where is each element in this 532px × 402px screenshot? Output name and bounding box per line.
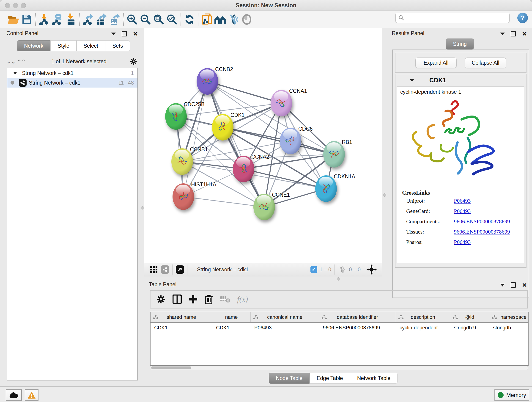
tab-select[interactable]: Select <box>76 40 105 51</box>
help-button[interactable]: ? <box>517 13 528 23</box>
maximize-panel-icon[interactable] <box>511 282 516 288</box>
close-panel-icon[interactable]: ✕ <box>133 32 138 36</box>
entry-header[interactable]: CDK1 <box>395 74 526 86</box>
column-header[interactable]: @id <box>450 312 489 322</box>
delete-column-icon[interactable] <box>205 294 213 304</box>
home-button[interactable] <box>214 13 227 26</box>
float-panel-icon[interactable] <box>500 32 505 35</box>
column-header[interactable]: namespace <box>489 312 529 322</box>
close-panel-icon[interactable]: ✕ <box>522 283 527 287</box>
close-panel-icon[interactable]: ✕ <box>522 32 527 36</box>
network-collection-row[interactable]: String Network – cdk1 1 <box>7 68 138 78</box>
expand-all-button[interactable]: Expand All <box>415 57 457 68</box>
column-header[interactable]: database identifier <box>319 312 396 322</box>
grid-view-icon[interactable] <box>150 266 158 274</box>
network-node-cdc25b[interactable] <box>165 103 187 130</box>
table-row[interactable]: CDK1 CDK1 P06493 9606.ENSP00000378699 cy… <box>151 323 528 333</box>
tab-sets[interactable]: Sets <box>105 40 130 51</box>
add-column-icon[interactable] <box>189 295 198 304</box>
network-node-hist1h1a[interactable] <box>172 183 194 210</box>
expand-all-icon[interactable]: ⌄⌄ <box>17 58 26 65</box>
tab-network[interactable]: Network <box>17 40 51 51</box>
import-network-button[interactable] <box>38 13 51 26</box>
save-session-button[interactable] <box>20 13 33 26</box>
network-node-ccna1[interactable] <box>271 90 292 116</box>
node-label: CCNA1 <box>289 88 307 94</box>
tab-network-table[interactable]: Network Table <box>350 373 398 384</box>
float-panel-icon[interactable] <box>111 32 116 35</box>
collapse-entry-icon[interactable] <box>410 79 414 82</box>
birds-eye-view-icon[interactable] <box>161 265 169 274</box>
network-node-ccne1[interactable] <box>253 194 275 220</box>
network-node-cdk1[interactable] <box>212 114 234 140</box>
import-table-button[interactable] <box>64 13 77 26</box>
tab-style[interactable]: Style <box>51 40 76 51</box>
network-node-rb1[interactable] <box>323 141 345 167</box>
tab-string[interactable]: String <box>446 38 474 50</box>
delete-table-icon[interactable] <box>220 295 230 303</box>
splitter-handle[interactable] <box>141 206 144 210</box>
open-session-button[interactable] <box>7 13 20 26</box>
clone-network-button[interactable] <box>200 13 214 26</box>
network-node-ccnb2[interactable] <box>196 68 218 95</box>
crosslink-link[interactable]: P06493 <box>454 239 471 245</box>
network-edge[interactable] <box>207 81 264 207</box>
network-row[interactable]: String Network – cdk1 11 48 <box>7 78 138 88</box>
crosslink-label: Uniprot: <box>406 198 454 204</box>
splitter-handle[interactable] <box>383 193 386 197</box>
import-database-button[interactable] <box>51 13 64 26</box>
network-edge[interactable] <box>223 127 334 154</box>
warning-status-button[interactable] <box>25 389 38 401</box>
zoom-fit-button[interactable] <box>152 13 165 26</box>
maximize-panel-icon[interactable] <box>122 31 127 36</box>
column-header[interactable]: canonical name <box>251 312 319 322</box>
crosslink-link[interactable]: P06493 <box>454 208 471 214</box>
splitter-handle[interactable] <box>337 277 340 281</box>
network-canvas[interactable]: CCNB2CCNA1CDC25BCDK1CDC6RB1CCNB1CCNA2CDK… <box>144 28 382 263</box>
home-icon <box>214 14 226 25</box>
pan-crosshair-icon[interactable] <box>367 264 377 274</box>
maximize-panel-icon[interactable] <box>511 31 516 36</box>
column-header[interactable]: name <box>212 312 251 322</box>
network-edge[interactable] <box>207 81 281 103</box>
network-edge[interactable] <box>183 197 264 207</box>
network-edge[interactable] <box>183 81 207 197</box>
selected-checkbox[interactable]: ✓ <box>310 266 317 273</box>
function-builder-icon[interactable]: f(x) <box>237 295 248 304</box>
memory-button[interactable]: Memory <box>494 389 529 401</box>
memory-status-dot <box>498 392 504 398</box>
zoom-in-button[interactable] <box>126 13 139 26</box>
crosslink-link[interactable]: P06493 <box>454 198 471 204</box>
network-node-ccna2[interactable] <box>233 156 254 182</box>
network-node-cdc6[interactable] <box>280 128 301 154</box>
options-gear-icon[interactable] <box>130 57 138 65</box>
cloud-status-button[interactable] <box>6 389 22 401</box>
refresh-button[interactable] <box>183 13 196 26</box>
column-header[interactable]: description <box>396 312 450 322</box>
open-in-new-window-icon[interactable] <box>176 265 184 274</box>
collapse-all-button[interactable]: Collapse All <box>465 57 506 68</box>
column-header[interactable]: shared name <box>151 312 212 322</box>
export-network-button[interactable] <box>82 13 95 26</box>
tab-edge-table[interactable]: Edge Table <box>310 373 350 384</box>
collapse-all-icon[interactable]: ⌄⌄ <box>6 58 15 65</box>
search-input[interactable] <box>404 14 509 22</box>
export-image-button[interactable] <box>108 13 121 26</box>
table-panel: Table Panel ✕ f(x) shared name name cano… <box>144 280 532 385</box>
crosslink-link[interactable]: 9606.ENSP00000378699 <box>454 218 510 225</box>
tab-node-table[interactable]: Node Table <box>269 373 310 384</box>
network-node-ccnb1[interactable] <box>171 148 193 175</box>
show-hide-panels-button[interactable] <box>227 13 240 26</box>
split-columns-icon[interactable] <box>172 294 182 304</box>
warning-icon <box>27 391 36 399</box>
crosslink-link[interactable]: 9606.ENSP00000378699 <box>454 229 510 235</box>
eye-button[interactable] <box>240 13 253 26</box>
gear-icon[interactable] <box>156 294 166 304</box>
export-table-button[interactable] <box>95 13 108 26</box>
scrollbar-thumb[interactable] <box>151 366 191 369</box>
zoom-selected-button[interactable] <box>165 13 179 26</box>
network-node-cdkn1a[interactable] <box>315 175 337 202</box>
zoom-out-button[interactable] <box>139 13 152 26</box>
horizontal-scrollbar[interactable] <box>150 366 528 370</box>
float-panel-icon[interactable] <box>500 284 505 287</box>
